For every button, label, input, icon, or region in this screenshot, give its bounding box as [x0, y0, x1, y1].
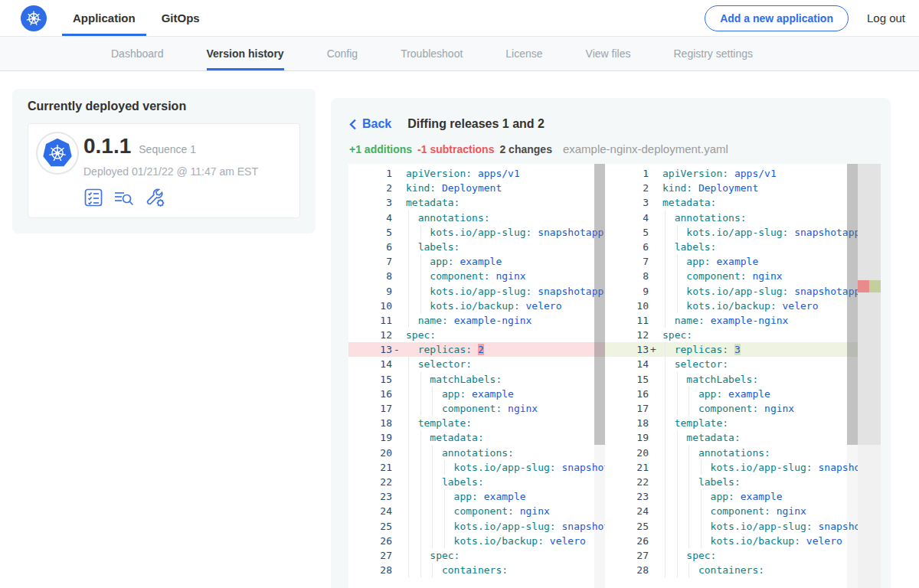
- top-tab-application[interactable]: Application: [62, 0, 146, 36]
- code-line: 3metadata:: [348, 195, 605, 210]
- line-content: kind: Deployment: [406, 181, 605, 195]
- line-number: 23: [348, 489, 392, 504]
- indent-guide: [677, 504, 678, 518]
- code-line: 27 spec:: [605, 548, 858, 563]
- diff-sign: [392, 284, 401, 299]
- indent-guide: [677, 563, 678, 577]
- diff-sign: [392, 430, 401, 445]
- indent-guide: [408, 269, 409, 283]
- line-content: kind: Deployment: [662, 181, 858, 195]
- indent-guide: [408, 357, 409, 371]
- subnav-item-version-history[interactable]: Version history: [207, 37, 284, 70]
- indent-guide: [420, 534, 421, 548]
- deployed-version-tile: 0.1.1 Sequence 1 Deployed 01/21/22 @ 11:…: [28, 123, 300, 218]
- indent-guide: [677, 269, 678, 283]
- top-nav-right: Add a new application Log out: [705, 0, 919, 36]
- indent-guide: [688, 446, 689, 460]
- line-number: 13: [605, 342, 649, 357]
- code-line: 4 annotations:: [348, 211, 605, 225]
- top-tab-gitops[interactable]: GitOps: [151, 0, 211, 36]
- line-content: template:: [406, 416, 605, 430]
- scrollbar-thumb[interactable]: [594, 164, 605, 445]
- ruler-addition-marker: [869, 280, 881, 292]
- line-content: name: example-nginx: [662, 313, 858, 328]
- diff-panel: Back Diffing releases 1 and 2 +1 additio…: [331, 98, 891, 588]
- indent-guide: [688, 475, 689, 489]
- indent-guide: [665, 563, 666, 577]
- line-number: 20: [605, 446, 649, 460]
- code-line: 18 template:: [348, 416, 605, 430]
- diff-sign: [392, 299, 401, 313]
- scrollbar-thumb[interactable]: [847, 164, 858, 445]
- indent-guide: [665, 489, 666, 504]
- line-content: kots.io/backup: velero: [662, 534, 858, 548]
- line-number: 4: [348, 211, 392, 225]
- line-content: app: example: [406, 489, 605, 504]
- code-line: 6 labels:: [605, 240, 858, 254]
- diff-title: Diffing releases 1 and 2: [407, 117, 545, 131]
- indent-guide: [677, 401, 678, 416]
- line-content: replicas: 2: [406, 342, 605, 357]
- line-content: containers:: [406, 563, 605, 577]
- indent-guide: [420, 284, 421, 299]
- line-number: 15: [348, 372, 392, 387]
- diff-sign: +: [649, 342, 658, 357]
- line-content: name: example-nginx: [406, 313, 605, 328]
- line-number: 12: [605, 328, 649, 342]
- diff-pane-modified: 1apiVersion: apps/v12kind: Deployment3me…: [605, 164, 881, 588]
- subnav-item-registry-settings[interactable]: Registry settings: [673, 37, 752, 70]
- app-logo: [0, 0, 62, 36]
- indent-guide: [408, 563, 409, 577]
- line-content: spec:: [662, 328, 858, 342]
- back-label: Back: [362, 117, 391, 131]
- checklist-icon[interactable]: [83, 188, 103, 207]
- subnav-item-license[interactable]: License: [505, 37, 542, 70]
- code-line: 21 kots.io/app-slug: snapshotap: [605, 460, 858, 475]
- diff-sign: [649, 548, 658, 563]
- diff-overview-ruler[interactable]: [858, 164, 881, 588]
- subnav-item-config[interactable]: Config: [327, 37, 358, 70]
- scrollbar-modified[interactable]: [847, 164, 858, 588]
- diff-editor: 1apiVersion: apps/v12kind: Deployment3me…: [348, 164, 881, 588]
- indent-guide: [432, 387, 433, 401]
- add-application-button[interactable]: Add a new application: [705, 5, 849, 31]
- indent-guide: [677, 460, 678, 475]
- left-column: Currently deployed version: [12, 89, 316, 234]
- code-line: 19 metadata:: [348, 430, 605, 445]
- line-content: kots.io/backup: velero: [662, 299, 858, 313]
- logout-link[interactable]: Log out: [867, 11, 905, 24]
- indent-guide: [677, 254, 678, 269]
- subnav-item-dashboard[interactable]: Dashboard: [111, 37, 164, 70]
- line-content: spec:: [406, 548, 605, 563]
- line-number: 22: [605, 475, 649, 489]
- subnav-item-troubleshoot[interactable]: Troubleshoot: [401, 37, 463, 70]
- code-line: 17 component: nginx: [348, 401, 605, 416]
- line-number: 21: [348, 460, 392, 475]
- line-content: component: nginx: [662, 504, 858, 518]
- diff-sign: [649, 299, 658, 313]
- subnav-item-view-files[interactable]: View files: [586, 37, 631, 70]
- code-line: 16 app: example: [605, 387, 858, 401]
- config-tools-icon[interactable]: [145, 187, 166, 208]
- diff-sign: [649, 489, 658, 504]
- indent-guide: [444, 489, 445, 504]
- diff-sign: [649, 357, 658, 371]
- diff-logs-icon[interactable]: [113, 188, 135, 207]
- line-number: 5: [348, 225, 392, 240]
- line-content: labels:: [406, 240, 605, 254]
- line-content: app: example: [662, 387, 858, 401]
- indent-guide: [420, 504, 421, 518]
- app-version-logo: [38, 133, 77, 173]
- line-content: kots.io/app-slug: snapshotap: [406, 460, 605, 475]
- line-number: 17: [348, 401, 392, 416]
- back-button[interactable]: Back: [349, 117, 391, 131]
- scrollbar-original[interactable]: [594, 164, 605, 588]
- diff-sign: [392, 387, 401, 401]
- indent-guide: [420, 254, 421, 269]
- line-number: 28: [605, 563, 649, 577]
- code-line: 10 kots.io/backup: velero: [348, 299, 605, 313]
- code-line: 19 metadata:: [605, 430, 858, 445]
- indent-guide: [420, 548, 421, 563]
- code-line: 14 selector:: [348, 357, 605, 371]
- ruler-deletion-marker: [858, 280, 869, 292]
